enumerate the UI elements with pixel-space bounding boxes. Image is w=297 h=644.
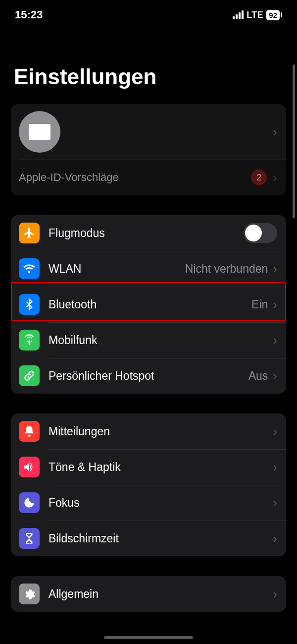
link-icon <box>19 365 40 386</box>
focus-label: Fokus <box>49 496 273 510</box>
chevron-right-icon: › <box>273 495 277 511</box>
gear-icon <box>19 584 40 604</box>
sounds-row[interactable]: Töne & Haptik › <box>11 449 286 485</box>
wlan-label: WLAN <box>49 262 185 276</box>
bluetooth-icon <box>19 294 40 315</box>
chevron-right-icon: › <box>273 460 277 475</box>
notifications-row[interactable]: Mitteilungen › <box>11 413 286 449</box>
screentime-label: Bildschirmzeit <box>49 532 273 545</box>
home-indicator[interactable] <box>104 636 193 639</box>
suggestions-badge: 2 <box>251 170 267 185</box>
hotspot-row[interactable]: Persönlicher Hotspot Aus › <box>11 358 286 394</box>
page-title: Einstellungen <box>0 30 297 104</box>
chevron-right-icon: › <box>273 424 277 439</box>
airplane-label: Flugmodus <box>49 227 244 240</box>
avatar <box>19 111 60 153</box>
notifications-label: Mitteilungen <box>49 425 273 438</box>
bluetooth-value: Ein <box>251 298 268 311</box>
moon-icon <box>19 492 40 513</box>
apple-id-group: › Apple-ID-Vorschläge 2 › <box>11 104 286 195</box>
connectivity-group: Flugmodus WLAN Nicht verbunden › Bluetoo… <box>11 215 286 394</box>
chevron-right-icon: › <box>273 124 277 140</box>
system-group: Mitteilungen › Töne & Haptik › Fokus › B… <box>11 413 286 556</box>
chevron-right-icon: › <box>273 531 277 546</box>
general-group: Allgemein › <box>11 576 286 612</box>
battery-icon: 92 <box>266 10 282 20</box>
hotspot-label: Persönlicher Hotspot <box>49 369 248 383</box>
apple-id-row[interactable]: › <box>11 104 286 160</box>
airplane-icon <box>19 223 40 243</box>
cellular-label: Mobilfunk <box>49 334 273 347</box>
wlan-value: Nicht verbunden <box>185 262 268 276</box>
sounds-label: Töne & Haptik <box>49 461 273 474</box>
bluetooth-label: Bluetooth <box>49 298 251 311</box>
bluetooth-row[interactable]: Bluetooth Ein › <box>11 287 286 322</box>
apple-id-suggestions-label: Apple-ID-Vorschläge <box>19 171 251 184</box>
chevron-right-icon: › <box>273 586 277 602</box>
antenna-icon <box>19 330 40 351</box>
general-label: Allgemein <box>49 587 273 601</box>
general-row[interactable]: Allgemein › <box>11 576 286 612</box>
screentime-row[interactable]: Bildschirmzeit › <box>11 521 286 556</box>
chevron-right-icon: › <box>273 333 277 348</box>
apple-id-suggestions-row[interactable]: Apple-ID-Vorschläge 2 › <box>11 160 286 195</box>
airplane-mode-row[interactable]: Flugmodus <box>11 215 286 251</box>
hotspot-value: Aus <box>248 369 268 383</box>
status-right: LTE 92 <box>233 10 282 20</box>
speaker-icon <box>19 457 40 477</box>
status-bar: 15:23 LTE 92 <box>0 0 297 30</box>
network-type: LTE <box>247 10 263 20</box>
bell-icon <box>19 421 40 442</box>
chevron-right-icon: › <box>273 368 277 384</box>
status-time: 15:23 <box>15 8 43 21</box>
cellular-signal-icon <box>233 10 244 19</box>
chevron-right-icon: › <box>273 170 277 185</box>
chevron-right-icon: › <box>273 261 277 277</box>
wlan-row[interactable]: WLAN Nicht verbunden › <box>11 251 286 287</box>
airplane-toggle[interactable] <box>244 223 277 243</box>
scroll-indicator[interactable] <box>293 64 295 218</box>
wifi-icon <box>19 258 40 279</box>
focus-row[interactable]: Fokus › <box>11 485 286 521</box>
chevron-right-icon: › <box>273 297 277 312</box>
cellular-row[interactable]: Mobilfunk › <box>11 322 286 358</box>
hourglass-icon <box>19 528 40 549</box>
